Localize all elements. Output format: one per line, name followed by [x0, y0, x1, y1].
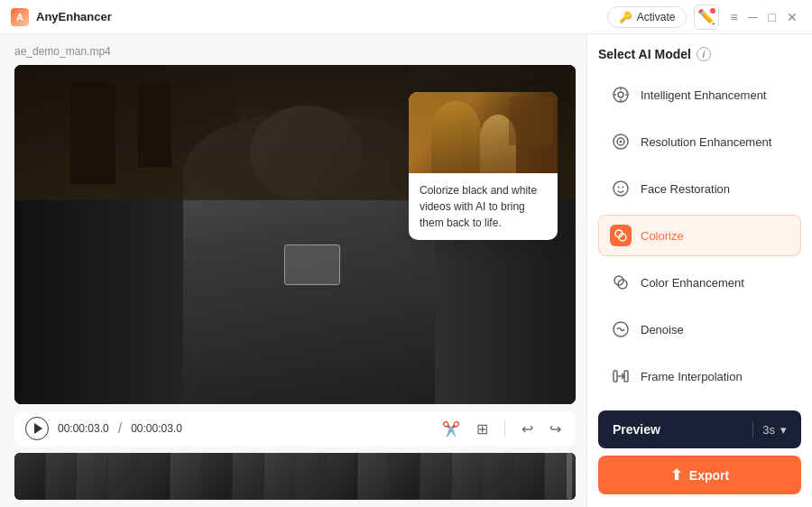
svg-point-11 [623, 187, 624, 189]
preview-divider [752, 421, 753, 438]
export-icon: ⬆ [670, 466, 682, 484]
undo-icon[interactable]: ↩ [518, 419, 537, 439]
svg-point-10 [618, 187, 620, 189]
app-logo: A [11, 8, 29, 26]
edit-button[interactable]: ✏️ [694, 5, 719, 30]
tooltip-image [409, 92, 558, 173]
bottom-buttons: Preview 3s ▾ ⬆ Export [598, 410, 801, 494]
file-name: ae_demo_man.mp4 [14, 45, 576, 58]
timeline-scrollbar[interactable] [567, 453, 572, 500]
activate-label: Activate [637, 11, 676, 23]
model-item-colorize[interactable]: Colorize [598, 215, 801, 256]
color-enhancement-icon [610, 272, 632, 293]
window-controls: ≡ ─ □ ✕ [726, 8, 801, 26]
timeline-inner [14, 453, 576, 500]
face-restoration-icon [610, 178, 632, 199]
app-name: AnyEnhancer [36, 10, 112, 23]
timeline-frame [14, 453, 45, 500]
denoise-label: Denoise [641, 323, 684, 336]
titlebar-right: 🔑 Activate ✏️ ≡ ─ □ ✕ [607, 5, 801, 30]
svg-point-1 [618, 92, 623, 97]
timeline-frame [514, 453, 545, 500]
maximize-icon[interactable]: □ [765, 8, 780, 26]
model-item-face-restoration[interactable]: Face Restoration [598, 168, 801, 209]
model-item-color-enhancement[interactable]: Color Enhancement [598, 262, 801, 303]
timeline-frame [46, 453, 77, 500]
svg-point-9 [614, 181, 628, 196]
preview-right: 3s ▾ [749, 421, 787, 438]
crop-icon[interactable]: ⊞ [473, 419, 492, 439]
timeline-frame [420, 453, 451, 500]
info-icon[interactable]: i [697, 47, 711, 61]
cut-icon[interactable]: ✂️ [438, 419, 464, 439]
timeline-frame [264, 453, 295, 500]
timeline-frame [108, 453, 139, 500]
timeline-frame [295, 453, 326, 500]
svg-point-8 [620, 141, 623, 143]
export-button[interactable]: ⬆ Export [598, 456, 801, 494]
frame-interpolation-label: Frame Interpolation [641, 370, 743, 383]
resolution-enhancement-label: Resolution Enhancement [641, 135, 771, 149]
section-title: Select AI Model i [598, 47, 801, 61]
intelligent-enhancement-label: Intelligent Enhancement [641, 88, 766, 102]
model-item-resolution-enhancement[interactable]: Resolution Enhancement [598, 121, 801, 162]
timeline-frame [77, 453, 107, 500]
face-restoration-label: Face Restoration [641, 182, 730, 196]
color-enhancement-label: Color Enhancement [641, 276, 744, 290]
timeline-frame [452, 453, 483, 500]
model-item-denoise[interactable]: Denoise [598, 309, 801, 350]
timeline-strip[interactable] [14, 453, 576, 500]
timeline-frame [139, 453, 170, 500]
denoise-icon [610, 318, 632, 340]
svg-rect-17 [614, 371, 617, 382]
resolution-enhancement-icon [610, 131, 632, 152]
play-icon [34, 423, 42, 434]
preview-duration: 3s [762, 423, 775, 437]
right-panel: Select AI Model i Intelligent Enhancemen… [586, 34, 812, 507]
tooltip-text: Colorize black and white videos with AI … [409, 173, 558, 240]
model-item-frame-interpolation[interactable]: Frame Interpolation [598, 355, 801, 397]
timeline-frame [358, 453, 389, 500]
titlebar-left: A AnyEnhancer [11, 8, 112, 26]
controls-divider [504, 420, 505, 437]
tooltip-popup: Colorize black and white videos with AI … [409, 92, 558, 240]
redo-icon[interactable]: ↪ [546, 419, 565, 439]
timeline-frame [171, 453, 201, 500]
activate-button[interactable]: 🔑 Activate [607, 6, 687, 28]
current-time: 00:00:03.0 [58, 422, 109, 435]
intelligent-enhancement-icon [610, 84, 632, 106]
main-content: ae_demo_man.mp4 [0, 34, 812, 507]
timeline-frame [483, 453, 513, 500]
player-controls: 00:00:03.0 / 00:00:03.0 ✂️ ⊞ ↩ ↪ [14, 411, 576, 446]
timeline-frame [327, 453, 357, 500]
model-item-intelligent-enhancement[interactable]: Intelligent Enhancement [598, 74, 801, 115]
export-label: Export [689, 468, 729, 483]
menu-icon[interactable]: ≡ [726, 8, 741, 26]
timeline-frame [233, 453, 263, 500]
timeline-frame [202, 453, 233, 500]
preview-chevron: ▾ [780, 423, 787, 437]
titlebar: A AnyEnhancer 🔑 Activate ✏️ ≡ ─ □ ✕ [0, 0, 812, 34]
play-button[interactable] [25, 417, 49, 440]
total-time: 00:00:03.0 [131, 422, 182, 435]
notification-dot [710, 8, 715, 14]
timeline-frame [389, 453, 420, 500]
preview-label: Preview [613, 422, 660, 437]
colorize-icon [610, 225, 632, 246]
preview-button[interactable]: Preview 3s ▾ [598, 410, 801, 448]
frame-interpolation-icon [610, 365, 632, 387]
colorize-label: Colorize [641, 229, 684, 243]
minimize-icon[interactable]: ─ [745, 8, 761, 26]
key-icon: 🔑 [619, 11, 632, 23]
left-panel: ae_demo_man.mp4 [0, 34, 586, 507]
section-title-text: Select AI Model [598, 47, 691, 61]
time-separator: / [118, 420, 122, 437]
close-icon[interactable]: ✕ [783, 8, 801, 26]
video-container: Colorize black and white videos with AI … [14, 65, 576, 404]
